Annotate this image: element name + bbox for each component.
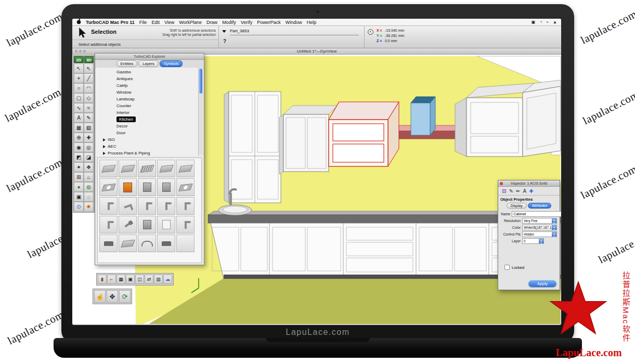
grid-tool-icon[interactable]: ⊞ (74, 172, 84, 182)
swap-tool-icon[interactable]: ⇄ (145, 275, 153, 284)
cross-tool-icon[interactable]: ✚ (84, 133, 94, 142)
symbol-thumb-orange-cabinet[interactable] (119, 178, 137, 196)
move-view-icon[interactable]: ✥ (107, 290, 118, 303)
stepper-arrows-icon[interactable] (552, 232, 556, 237)
dropdown-caret-icon[interactable] (222, 30, 226, 33)
symbol-thumb-cabinet-box[interactable] (138, 178, 156, 196)
wifi-icon[interactable]: ⌁ (546, 20, 549, 24)
disclosure-triangle-icon[interactable] (103, 152, 106, 155)
control-pts-select[interactable]: Hidden (522, 231, 557, 237)
column-tool-icon[interactable]: ▮ (98, 275, 107, 284)
sphere-view-icon[interactable]: ● (74, 182, 84, 192)
symbol-thumb-white-cabinet[interactable] (157, 216, 175, 233)
symbol-thumb-countertop[interactable] (176, 160, 195, 177)
tree-aec[interactable]: AEC (96, 143, 198, 150)
tab-attributes[interactable]: Attributes (528, 203, 552, 209)
camera-view-icon[interactable]: ▣ (74, 192, 84, 202)
battery-icon[interactable]: ▣ (532, 20, 536, 24)
menu-help[interactable]: Help (307, 20, 317, 25)
locked-checkbox[interactable] (504, 265, 510, 270)
name-field[interactable] (512, 211, 561, 217)
window-controls[interactable] (75, 50, 86, 53)
symbol-thumb-cabinet-box[interactable] (138, 216, 156, 233)
menu-view[interactable]: View (164, 20, 174, 25)
color-select[interactable]: White08(187,187,187) (522, 225, 557, 230)
symbol-thumb-range-hood[interactable] (138, 235, 156, 252)
symbol-thumb-countertop[interactable] (119, 160, 137, 177)
flash-render-icon[interactable]: ✸ (84, 202, 94, 212)
folder-counter[interactable]: Counter (96, 102, 198, 109)
tall-cabinet[interactable] (224, 92, 281, 203)
view-2d-button[interactable]: 2D (74, 56, 84, 63)
symbol-thumb-empty[interactable] (176, 235, 195, 252)
tree-process-plant[interactable]: Process Plant & Piping (96, 150, 198, 156)
symbol-thumb-sink[interactable] (176, 178, 195, 196)
folder-interior[interactable]: Interior (96, 109, 198, 116)
symbol-thumb-counter-dark[interactable] (99, 235, 118, 252)
eject-icon[interactable]: ▲ (553, 20, 557, 24)
pen-icon[interactable]: ✏ (516, 188, 520, 194)
folder-landscap[interactable]: Landscap (96, 96, 198, 102)
view-3d-button[interactable]: 3D (84, 56, 94, 63)
spline-tool-icon[interactable]: ∿ (74, 103, 84, 113)
curve-tool-icon[interactable]: ≈ (84, 103, 94, 113)
folder-gazebo[interactable]: Gazebo (96, 69, 198, 75)
dimension-tool-icon[interactable]: ⊕ (74, 133, 84, 142)
symbol-thumb-faucet[interactable] (99, 216, 118, 233)
select-tool-icon[interactable]: ↖ (74, 63, 84, 73)
tab-display[interactable]: Display (507, 203, 527, 209)
apple-menu-icon[interactable] (76, 19, 81, 25)
menu-edit[interactable]: Edit (151, 20, 160, 25)
folder-decor[interactable]: Decor (96, 123, 198, 129)
text-tool-icon[interactable]: A (74, 113, 84, 123)
orbit-rotate-icon[interactable]: ⟳ (119, 290, 131, 303)
folder-window[interactable]: Window (96, 89, 198, 96)
door-tool-icon[interactable]: ▣ (126, 275, 135, 284)
resolution-select[interactable]: Very Fine (522, 218, 557, 224)
menu-window[interactable]: Window (286, 20, 302, 25)
zoom-tool-icon[interactable]: ◎ (84, 142, 94, 152)
scrollbar-thumb[interactable] (199, 69, 202, 94)
sun-light-icon[interactable]: ☼ (84, 192, 94, 202)
fill-tool-icon[interactable]: ▧ (84, 123, 94, 133)
material-view-icon[interactable]: ◍ (84, 182, 94, 192)
layer-select[interactable]: 0 (522, 238, 544, 244)
roof-tool-icon[interactable]: ▥ (154, 275, 163, 284)
symbol-thumb-sink[interactable] (99, 178, 118, 196)
light-tool-icon[interactable]: ✦ (74, 162, 84, 172)
point-tool-icon[interactable]: + (74, 73, 84, 83)
close-icon[interactable] (500, 182, 503, 185)
menu-verify[interactable]: Verify (241, 20, 253, 25)
symbol-thumb-faucet[interactable] (99, 197, 118, 215)
menu-modify[interactable]: Modify (222, 20, 236, 25)
hatch-tool-icon[interactable]: ▦ (74, 123, 84, 133)
menu-powerpack[interactable]: PowerPack (257, 20, 281, 25)
text-style-icon[interactable]: A (523, 188, 526, 194)
extrude-tool-icon[interactable]: ◩ (74, 152, 84, 162)
app-menu[interactable]: TurboCAD Mac Pro 11 (86, 20, 135, 25)
stepper-arrows-icon[interactable] (552, 218, 556, 223)
symbol-thumb-faucet[interactable] (157, 197, 175, 215)
workplane-tool-icon[interactable]: ⌂ (84, 172, 94, 182)
circle-tool-icon[interactable]: ○ (74, 83, 84, 93)
snap-tool-icon[interactable]: ◉ (74, 142, 84, 152)
revolve-tool-icon[interactable]: ◪ (84, 152, 94, 162)
cloud-tool-icon[interactable]: ☁ (163, 275, 172, 284)
move-icon[interactable]: ✚ (529, 188, 533, 194)
target-view-icon[interactable]: ⊙ (74, 202, 84, 212)
folder-kitchen-selected[interactable]: Kitchen (96, 116, 198, 123)
symbol-thumb-cabinet-box[interactable] (157, 178, 175, 196)
pencil-icon[interactable]: ✎ (509, 188, 513, 194)
part-name-field[interactable]: Part_3853 (230, 29, 359, 35)
disclosure-triangle-icon[interactable] (103, 145, 106, 148)
blue-box[interactable] (411, 97, 435, 135)
tab-entities[interactable]: Entities (116, 60, 138, 67)
symbol-thumb-faucet[interactable] (119, 197, 137, 215)
pan-hand-icon[interactable]: ☝ (94, 290, 106, 303)
folder-door[interactable]: Door (96, 129, 198, 136)
symbol-thumb-counter-dark[interactable] (157, 235, 175, 252)
annotate-tool-icon[interactable]: ✎ (84, 113, 94, 123)
folder-antiques[interactable]: Antiques (96, 75, 198, 82)
opening-tool-icon[interactable]: ◫ (135, 275, 144, 284)
stepper-arrows-icon[interactable] (552, 225, 556, 230)
